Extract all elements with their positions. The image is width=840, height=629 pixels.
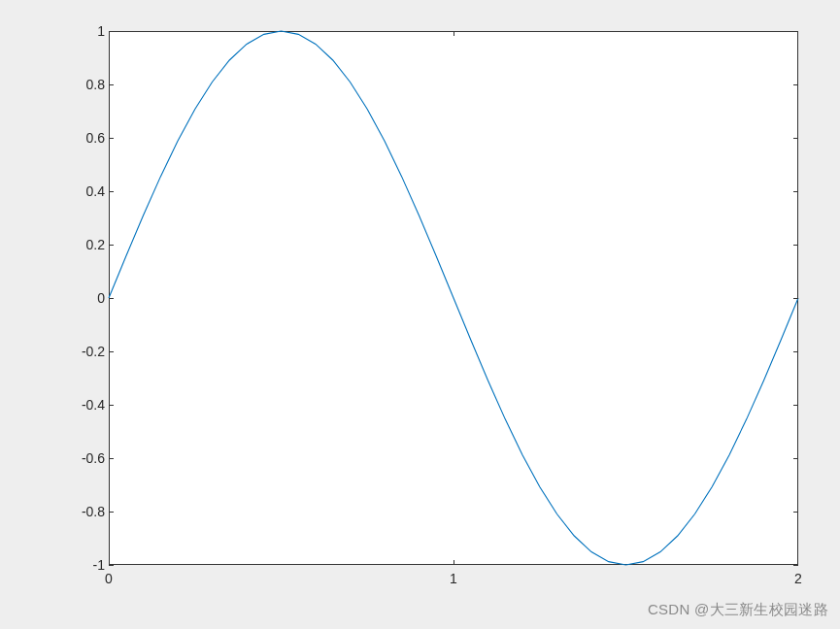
x-tick-label: 2 bbox=[794, 571, 802, 586]
x-tick-mark bbox=[109, 560, 110, 565]
y-tick-label: -1 bbox=[66, 557, 105, 573]
x-tick-label: 1 bbox=[450, 571, 457, 586]
y-tick-mark bbox=[109, 298, 114, 299]
y-tick-mark bbox=[793, 84, 798, 85]
y-tick-label: 0.2 bbox=[66, 237, 105, 252]
y-tick-mark bbox=[109, 512, 114, 513]
y-tick-mark bbox=[109, 458, 114, 459]
y-tick-mark bbox=[793, 298, 798, 299]
y-tick-mark bbox=[793, 138, 798, 139]
y-tick-mark bbox=[793, 245, 798, 246]
y-tick-mark bbox=[793, 351, 798, 352]
x-tick-mark bbox=[797, 31, 798, 36]
y-tick-label: -0.8 bbox=[66, 504, 105, 519]
y-tick-label: -0.2 bbox=[66, 344, 105, 359]
x-tick-label: 0 bbox=[105, 571, 113, 586]
y-tick-mark bbox=[793, 191, 798, 192]
x-tick-mark bbox=[454, 31, 454, 36]
y-tick-mark bbox=[793, 565, 798, 566]
x-tick-mark bbox=[454, 560, 454, 565]
line-series bbox=[109, 31, 798, 565]
y-tick-mark bbox=[109, 84, 114, 85]
y-tick-mark bbox=[793, 458, 798, 459]
x-tick-mark bbox=[797, 560, 798, 565]
watermark-text: CSDN @大三新生校园迷路 bbox=[648, 601, 828, 619]
y-tick-mark bbox=[793, 512, 798, 513]
y-tick-label: -0.4 bbox=[66, 397, 105, 413]
y-tick-mark bbox=[109, 565, 114, 566]
y-tick-mark bbox=[109, 245, 114, 246]
y-tick-label: 0.4 bbox=[66, 183, 105, 199]
x-tick-mark bbox=[109, 31, 110, 36]
y-tick-mark bbox=[109, 138, 114, 139]
y-tick-mark bbox=[109, 351, 114, 352]
y-tick-mark bbox=[109, 191, 114, 192]
y-tick-mark bbox=[793, 405, 798, 406]
y-tick-label: 0.6 bbox=[66, 130, 105, 146]
y-tick-label: 0 bbox=[66, 290, 105, 306]
y-tick-label: 0.8 bbox=[66, 77, 105, 92]
y-tick-mark bbox=[109, 405, 114, 406]
y-tick-label: -0.6 bbox=[66, 450, 105, 466]
y-tick-label: 1 bbox=[66, 23, 105, 39]
